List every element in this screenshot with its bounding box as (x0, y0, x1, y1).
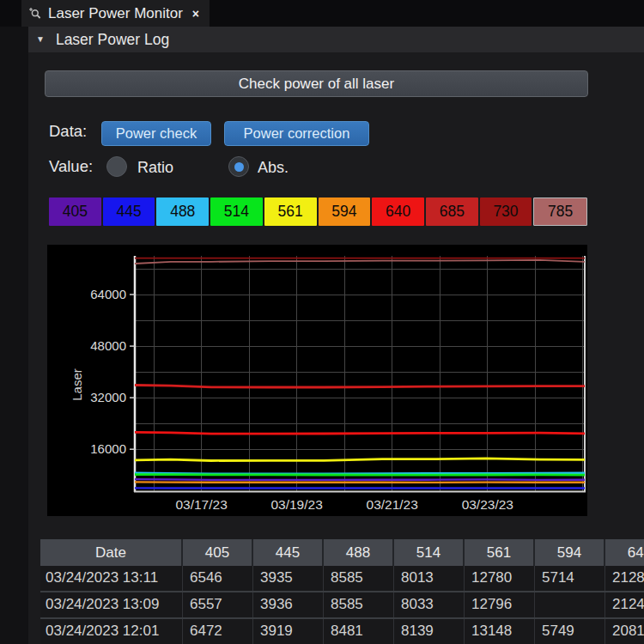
check-power-all-button[interactable]: Check power of all laser (45, 70, 588, 97)
wavelength-button-488[interactable]: 488 (156, 197, 209, 226)
power-check-button[interactable]: Power check (101, 121, 211, 146)
table-cell: 2081 (605, 619, 644, 644)
table-cell: 8585 (324, 592, 394, 617)
table-cell: 8033 (394, 592, 465, 617)
table-cell: 8139 (394, 619, 465, 644)
svg-text:03/23/23: 03/23/23 (462, 497, 513, 512)
table-cell: 8481 (324, 619, 394, 644)
table-cell: 03/24/2023 13:09 (40, 592, 183, 617)
table-body: 03/24/2023 13:11654639358585801312780571… (40, 566, 644, 644)
wavelength-button-785[interactable]: 785 (533, 197, 587, 226)
table-header-row: Date405445488514561594640 (40, 539, 644, 566)
table-cell: 3936 (253, 592, 324, 617)
svg-text:48000: 48000 (90, 338, 126, 353)
table-cell: 6546 (183, 566, 253, 591)
wavelength-button-445[interactable]: 445 (103, 197, 155, 226)
table-cell: 2128 (605, 566, 644, 591)
radio-ratio[interactable] (106, 156, 127, 177)
check-power-all-label: Check power of all laser (239, 76, 394, 93)
column-header-Date[interactable]: Date (40, 539, 183, 566)
preview-magnifier-icon (28, 7, 42, 21)
series-785 (135, 260, 585, 264)
svg-text:64000: 64000 (90, 287, 126, 301)
svg-text:Laser: Laser (70, 368, 84, 401)
table-cell: 5714 (535, 566, 605, 591)
wavelength-button-405[interactable]: 405 (49, 197, 101, 226)
svg-text:03/21/23: 03/21/23 (367, 497, 418, 512)
table-cell (535, 592, 605, 617)
table-cell: 12796 (465, 592, 535, 617)
series-640 (135, 432, 585, 434)
series-514 (135, 475, 585, 476)
tab-title: Laser Power Monitor (48, 5, 183, 22)
power-correction-button[interactable]: Power correction (224, 121, 369, 146)
laser-power-panel: ▼ Laser Power Log Check power of all las… (28, 27, 644, 644)
value-label: Value: (49, 157, 93, 176)
series-405 (135, 479, 585, 480)
column-header-594[interactable]: 594 (535, 539, 605, 566)
tab-close-icon[interactable]: × (192, 7, 199, 21)
series-685 (135, 386, 585, 388)
series-594 (135, 482, 585, 483)
column-header-405[interactable]: 405 (183, 539, 253, 566)
table-row[interactable]: 03/24/2023 12:01647239198481813913148574… (40, 619, 644, 644)
table-cell: 12780 (465, 566, 535, 591)
data-label: Data: (49, 122, 87, 141)
laser-power-chart: 1600032000480006400003/17/2303/19/2303/2… (47, 245, 587, 516)
table-cell: 03/24/2023 13:11 (40, 566, 183, 591)
table-cell: 5749 (535, 619, 605, 644)
table-row[interactable]: 03/24/2023 13:11654639358585801312780571… (40, 566, 644, 592)
svg-text:32000: 32000 (90, 390, 126, 404)
column-header-640[interactable]: 640 (605, 539, 644, 566)
power-log-table: Date405445488514561594640 03/24/2023 13:… (40, 539, 644, 644)
table-cell: 13148 (465, 619, 535, 644)
column-header-561[interactable]: 561 (465, 539, 535, 566)
table-cell: 6557 (183, 592, 253, 617)
table-cell: 6472 (183, 619, 253, 644)
tab-laser-power-monitor[interactable]: Laser Power Monitor × (21, 0, 210, 27)
section-title: Laser Power Log (56, 31, 169, 49)
radio-ratio-label[interactable]: Ratio (137, 159, 173, 177)
table-cell: 8585 (324, 566, 394, 591)
wavelength-row: 405445488514561594640685730785 (49, 197, 587, 226)
wavelength-button-685[interactable]: 685 (426, 197, 478, 226)
wavelength-button-561[interactable]: 561 (264, 197, 317, 226)
series-561 (135, 459, 585, 461)
column-header-488[interactable]: 488 (324, 539, 394, 566)
wavelength-button-594[interactable]: 594 (319, 197, 371, 226)
table-row[interactable]: 03/24/2023 13:09655739368585803312796212… (40, 592, 644, 619)
table-cell: 3919 (253, 619, 324, 644)
svg-text:03/19/23: 03/19/23 (270, 497, 322, 512)
wavelength-button-640[interactable]: 640 (372, 197, 424, 226)
svg-text:16000: 16000 (90, 441, 126, 456)
radio-dot (234, 162, 244, 172)
collapse-triangle-icon[interactable]: ▼ (36, 35, 45, 44)
svg-text:03/17/23: 03/17/23 (175, 497, 227, 512)
table-cell: 8013 (394, 566, 465, 591)
table-cell: 3935 (253, 566, 324, 591)
wavelength-button-514[interactable]: 514 (210, 197, 263, 226)
wavelength-button-730[interactable]: 730 (480, 197, 532, 226)
radio-abs[interactable] (228, 156, 249, 177)
table-cell: 03/24/2023 12:01 (40, 619, 183, 644)
column-header-445[interactable]: 445 (253, 539, 324, 566)
table-cell: 2124 (605, 592, 644, 617)
tab-bar: Laser Power Monitor × (0, 0, 644, 27)
radio-abs-label[interactable]: Abs. (258, 159, 289, 177)
section-header-laser-power-log[interactable]: ▼ Laser Power Log (28, 27, 644, 52)
column-header-514[interactable]: 514 (394, 539, 465, 566)
